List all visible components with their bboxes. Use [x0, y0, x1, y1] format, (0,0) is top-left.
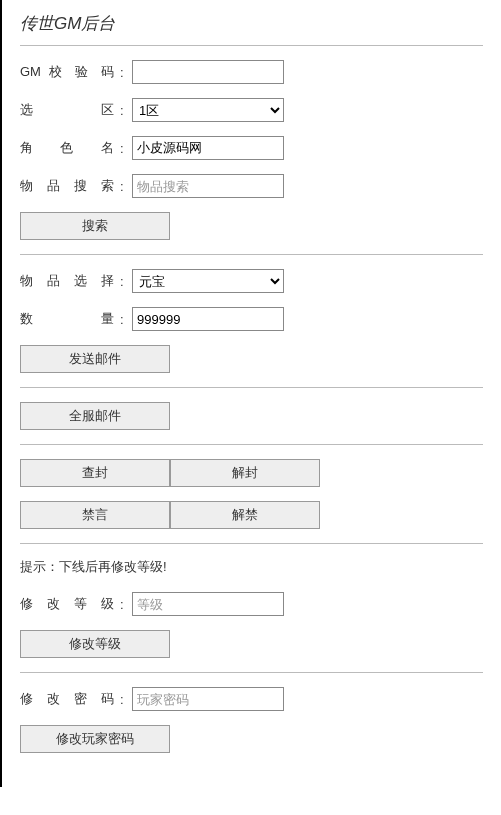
- char-name-row: 角 色 名 :: [20, 136, 483, 160]
- password-input[interactable]: [132, 687, 284, 711]
- unban-button[interactable]: 解封: [170, 459, 320, 487]
- search-button[interactable]: 搜索: [20, 212, 170, 240]
- item-search-row: 物 品 搜 索 :: [20, 174, 483, 198]
- gm-code-input[interactable]: [132, 60, 284, 84]
- mute-button[interactable]: 禁言: [20, 501, 170, 529]
- divider: [20, 254, 483, 255]
- unmute-button[interactable]: 解禁: [170, 501, 320, 529]
- level-row: 修 改 等 级 :: [20, 592, 483, 616]
- char-name-input[interactable]: [132, 136, 284, 160]
- quantity-row: 数 量 :: [20, 307, 483, 331]
- divider: [20, 387, 483, 388]
- send-mail-button[interactable]: 发送邮件: [20, 345, 170, 373]
- zone-row: 选 区 : 1区: [20, 98, 483, 122]
- password-row: 修 改 密 码 :: [20, 687, 483, 711]
- item-search-label: 物 品 搜 索: [20, 177, 120, 195]
- gm-code-label: GM 校 验 码: [20, 63, 120, 81]
- server-mail-button[interactable]: 全服邮件: [20, 402, 170, 430]
- item-search-input[interactable]: [132, 174, 284, 198]
- divider: [20, 45, 483, 46]
- level-input[interactable]: [132, 592, 284, 616]
- zone-label: 选 区: [20, 101, 120, 119]
- zone-select[interactable]: 1区: [132, 98, 284, 122]
- item-select[interactable]: 元宝: [132, 269, 284, 293]
- level-label: 修 改 等 级: [20, 595, 120, 613]
- gm-code-row: GM 校 验 码 :: [20, 60, 483, 84]
- change-password-button[interactable]: 修改玩家密码: [20, 725, 170, 753]
- quantity-label: 数 量: [20, 310, 120, 328]
- divider: [20, 444, 483, 445]
- tip-text: 提示：下线后再修改等级!: [20, 558, 483, 576]
- divider: [20, 672, 483, 673]
- change-level-button[interactable]: 修改等级: [20, 630, 170, 658]
- page-title: 传世GM后台: [20, 10, 483, 35]
- item-select-label: 物 品 选 择: [20, 272, 120, 290]
- divider: [20, 543, 483, 544]
- char-name-label: 角 色 名: [20, 139, 120, 157]
- quantity-input[interactable]: [132, 307, 284, 331]
- ban-check-button[interactable]: 查封: [20, 459, 170, 487]
- item-select-row: 物 品 选 择 : 元宝: [20, 269, 483, 293]
- password-label: 修 改 密 码: [20, 690, 120, 708]
